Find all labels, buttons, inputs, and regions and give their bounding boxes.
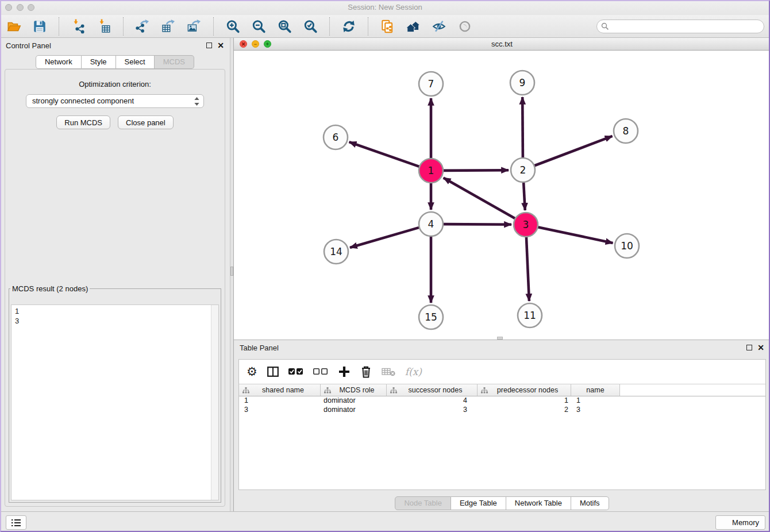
column-header-name[interactable]: name <box>571 384 620 396</box>
graph-edge-4-14[interactable] <box>350 228 419 248</box>
mcds-result-area[interactable]: 1 3 <box>11 304 219 500</box>
export-image-button[interactable] <box>186 18 202 34</box>
graph-edge-2-8[interactable] <box>534 136 613 166</box>
table-toolbar: ⚙ f(x) <box>239 360 765 384</box>
hide-eye-button[interactable] <box>431 18 447 34</box>
graph-edge-1-6[interactable] <box>349 142 420 167</box>
network-canvas[interactable]: 7968124314101511 <box>234 51 770 340</box>
zoom-in-icon <box>225 19 240 34</box>
table-row[interactable]: 3dominator323 <box>239 406 765 415</box>
column-header-successor-nodes[interactable]: successor nodes <box>387 384 478 396</box>
trash-icon <box>360 365 372 378</box>
graph-node-6[interactable]: 6 <box>324 125 348 149</box>
table-cell[interactable]: 3 <box>239 406 321 415</box>
import-network-button[interactable] <box>70 18 86 34</box>
column-header-MCDS-role[interactable]: MCDS role <box>321 384 387 396</box>
graph-node-1[interactable]: 1 <box>419 159 443 183</box>
zoom-fit-button[interactable] <box>276 18 292 34</box>
table-row[interactable]: 1dominator411 <box>239 396 765 406</box>
list-icon <box>11 519 21 527</box>
table-cell[interactable]: 1 <box>239 396 321 406</box>
refresh-view-button[interactable] <box>341 18 357 34</box>
graph-node-2[interactable]: 2 <box>511 158 535 182</box>
graph-edge-2-9[interactable] <box>522 97 523 158</box>
float-table-panel-icon[interactable] <box>746 345 752 350</box>
tab-edge-table[interactable]: Edge Table <box>451 496 506 510</box>
graph-node-15[interactable]: 15 <box>419 305 443 329</box>
graph-node-8[interactable]: 8 <box>614 119 638 143</box>
graph-edge-4-3[interactable] <box>443 224 511 225</box>
zoom-selected-button[interactable] <box>302 18 318 34</box>
delete-row-button[interactable] <box>360 365 372 378</box>
network-title: scc.txt <box>234 38 770 51</box>
column-header-predecessor-nodes[interactable]: predecessor nodes <box>478 384 571 396</box>
zoom-out-button[interactable] <box>251 18 267 34</box>
table-panel: Table Panel ✕ ⚙ f(x) shared nameMCDS rol… <box>234 340 770 511</box>
duplicate-network-button[interactable] <box>379 18 395 34</box>
graph-edge-3-1[interactable] <box>444 178 515 218</box>
graph-node-4[interactable]: 4 <box>419 212 443 236</box>
table-cell[interactable]: 2 <box>478 406 571 415</box>
tab-node-table[interactable]: Node Table <box>395 496 451 510</box>
table-cell[interactable]: dominator <box>321 396 387 406</box>
zoom-in-button[interactable] <box>225 18 241 34</box>
result-scrollbar[interactable] <box>211 305 218 500</box>
table-cell[interactable]: 3 <box>571 406 620 415</box>
memory-button[interactable]: Memory <box>715 515 765 530</box>
add-row-button[interactable] <box>338 365 351 378</box>
table-cell[interactable]: 1 <box>478 396 571 406</box>
table-cell[interactable]: dominator <box>321 406 387 415</box>
node-label: 15 <box>425 311 437 323</box>
open-file-button[interactable] <box>6 18 22 34</box>
tab-network[interactable]: Network <box>36 55 82 69</box>
table-cell[interactable]: 3 <box>387 406 478 415</box>
tab-network-table[interactable]: Network Table <box>506 496 571 510</box>
graph-node-14[interactable]: 14 <box>324 240 348 264</box>
node-label: 1 <box>428 165 434 176</box>
tab-style[interactable]: Style <box>82 55 116 69</box>
graph-edge-2-3[interactable] <box>523 182 525 210</box>
table-cell[interactable]: 1 <box>571 396 620 406</box>
column-header-shared-name[interactable]: shared name <box>239 384 321 396</box>
node-label: 11 <box>523 310 536 321</box>
graph-node-9[interactable]: 9 <box>510 71 534 95</box>
graph-edge-3-11[interactable] <box>526 237 529 301</box>
task-history-button[interactable] <box>6 515 26 530</box>
graph-node-7[interactable]: 7 <box>419 72 443 96</box>
graph-edge-3-10[interactable] <box>538 227 613 243</box>
run-mcds-button[interactable]: Run MCDS <box>56 115 110 129</box>
graph-node-10[interactable]: 10 <box>615 234 639 258</box>
mcds-result-title: MCDS result (2 nodes) <box>10 284 90 293</box>
graph-node-3[interactable]: 3 <box>514 213 538 237</box>
show-eye-button[interactable] <box>457 18 473 34</box>
tab-motifs[interactable]: Motifs <box>571 496 609 510</box>
graph-node-11[interactable]: 11 <box>518 303 542 327</box>
column-hierarchy-icon <box>324 387 331 394</box>
tab-select[interactable]: Select <box>116 55 155 69</box>
float-panel-icon[interactable] <box>206 43 212 48</box>
select-all-button[interactable] <box>288 368 303 376</box>
vertical-splitter[interactable] <box>230 38 234 511</box>
close-panel-button[interactable]: Close panel <box>118 115 174 129</box>
close-table-panel-icon[interactable]: ✕ <box>757 344 764 351</box>
tab-mcds[interactable]: MCDS <box>155 55 194 69</box>
zoom-selected-icon <box>303 19 318 34</box>
deselect-all-button[interactable] <box>313 368 328 376</box>
export-table-button[interactable] <box>160 18 176 34</box>
table-settings-button[interactable]: ⚙ <box>247 366 257 377</box>
import-table-button[interactable] <box>96 18 112 34</box>
dropdown-stepper-icon <box>194 97 199 110</box>
table-cell[interactable]: 4 <box>387 396 478 406</box>
column-hierarchy-icon <box>390 387 397 394</box>
criterion-dropdown[interactable]: strongly connected component <box>26 94 204 108</box>
network-window-titlebar: ✕ − + scc.txt <box>234 38 770 51</box>
show-columns-button[interactable] <box>267 367 279 377</box>
node-label: 3 <box>523 219 529 230</box>
search-input[interactable] <box>596 20 764 33</box>
save-session-button[interactable] <box>32 18 48 34</box>
close-panel-icon[interactable]: ✕ <box>217 42 224 49</box>
splitter-handle[interactable] <box>230 267 233 276</box>
graph-edge-1-2[interactable] <box>443 170 509 171</box>
export-network-button[interactable] <box>134 18 151 34</box>
home-button[interactable] <box>405 18 421 34</box>
